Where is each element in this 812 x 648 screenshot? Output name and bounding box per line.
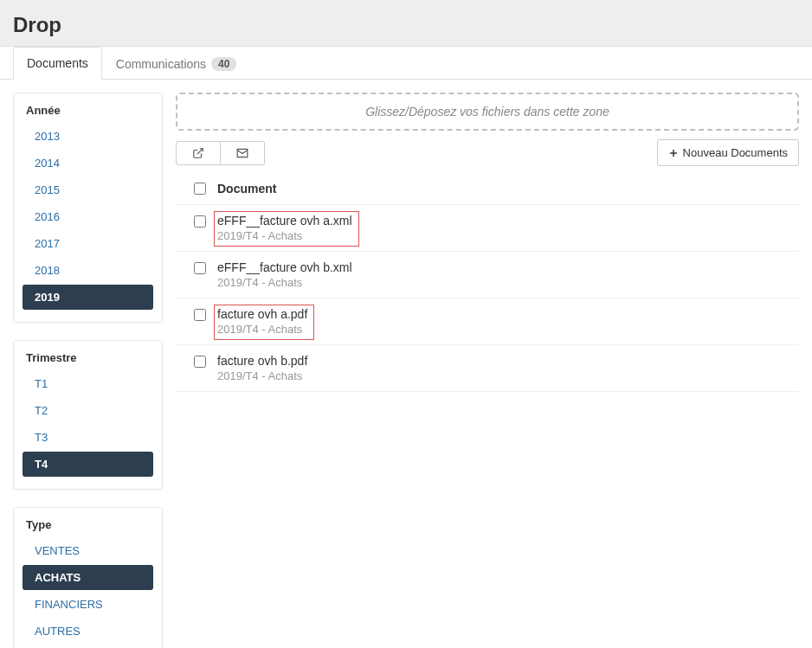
sidebar-item-annee-2017[interactable]: 2017: [23, 231, 153, 256]
panel-title-type: Type: [14, 518, 162, 536]
row-checkbox[interactable]: [194, 262, 206, 274]
sidebar-item-type-autres[interactable]: AUTRES: [23, 619, 153, 644]
tab-label: Communications: [116, 57, 206, 71]
document-subtext: 2019/T4 - Achats: [217, 369, 307, 382]
document-table: Document eFFF__facture ovh a.xml2019/T4 …: [176, 173, 799, 392]
mail-button[interactable]: [221, 141, 265, 165]
document-name: facture ovh a.pdf: [217, 307, 307, 321]
document-name: eFFF__facture ovh a.xml: [217, 214, 352, 228]
document-subtext: 2019/T4 - Achats: [217, 276, 352, 289]
external-link-icon: [192, 147, 204, 159]
page-title: Drop: [13, 13, 799, 37]
table-row[interactable]: facture ovh a.pdf2019/T4 - Achats: [176, 298, 799, 345]
table-row[interactable]: eFFF__facture ovh b.xml2019/T4 - Achats: [176, 252, 799, 298]
sidebar-item-trimestre-t1[interactable]: T1: [23, 371, 153, 396]
sidebar-item-type-achats[interactable]: ACHATS: [23, 565, 153, 590]
select-all-checkbox[interactable]: [194, 183, 206, 195]
table-header: Document: [176, 173, 799, 205]
new-document-button[interactable]: Nouveau Documents: [657, 139, 799, 166]
page-header: Drop: [0, 0, 812, 47]
toolbar-action-group: [176, 141, 265, 165]
tab-communications[interactable]: Communications40: [102, 47, 251, 80]
row-checkbox[interactable]: [194, 309, 206, 321]
panel-title-trimestre: Trimestre: [14, 351, 162, 369]
tab-documents[interactable]: Documents: [13, 47, 102, 80]
document-name: facture ovh b.pdf: [217, 354, 307, 368]
document-cell: facture ovh b.pdf2019/T4 - Achats: [217, 354, 792, 382]
panel-title-annee: Année: [14, 104, 162, 122]
table-row[interactable]: facture ovh b.pdf2019/T4 - Achats: [176, 345, 799, 392]
tab-badge: 40: [211, 57, 236, 71]
sidebar-item-annee-2014[interactable]: 2014: [23, 151, 153, 176]
row-checkbox[interactable]: [194, 356, 206, 368]
row-checkbox[interactable]: [194, 215, 206, 228]
sidebar-item-trimestre-t3[interactable]: T3: [23, 425, 153, 450]
plus-icon: [668, 148, 679, 158]
dropzone-text: Glissez/Déposez vos fichiers dans cette …: [365, 105, 609, 119]
sidebar-item-annee-2016[interactable]: 2016: [23, 204, 153, 229]
panel-type: Type VENTESACHATSFINANCIERSAUTRES: [13, 507, 163, 648]
tabs-bar: DocumentsCommunications40: [0, 47, 812, 80]
column-header-document: Document: [217, 182, 276, 196]
new-document-label: Nouveau Documents: [683, 146, 788, 159]
document-subtext: 2019/T4 - Achats: [217, 229, 352, 242]
main-area: Glissez/Déposez vos fichiers dans cette …: [176, 93, 799, 392]
panel-annee: Année 2013201420152016201720182019: [13, 93, 163, 323]
svg-line-0: [197, 148, 203, 153]
sidebar-item-trimestre-t2[interactable]: T2: [23, 398, 153, 423]
sidebar-item-annee-2015[interactable]: 2015: [23, 177, 153, 202]
sidebar-item-annee-2019[interactable]: 2019: [23, 285, 153, 310]
sidebar-item-trimestre-t4[interactable]: T4: [23, 452, 153, 477]
panel-trimestre: Trimestre T1T2T3T4: [13, 340, 163, 490]
document-subtext: 2019/T4 - Achats: [217, 323, 307, 336]
document-cell: facture ovh a.pdf2019/T4 - Achats: [217, 307, 792, 336]
envelope-icon: [236, 147, 248, 159]
sidebar-item-type-financiers[interactable]: FINANCIERS: [23, 592, 153, 617]
table-row[interactable]: eFFF__facture ovh a.xml2019/T4 - Achats: [176, 205, 799, 252]
sidebar: Année 2013201420152016201720182019 Trime…: [13, 93, 163, 648]
document-name: eFFF__facture ovh b.xml: [217, 260, 352, 274]
document-cell: eFFF__facture ovh a.xml2019/T4 - Achats: [217, 214, 792, 242]
external-link-button[interactable]: [176, 141, 221, 165]
document-cell: eFFF__facture ovh b.xml2019/T4 - Achats: [217, 260, 792, 289]
sidebar-item-type-ventes[interactable]: VENTES: [23, 538, 153, 563]
tab-label: Documents: [27, 56, 88, 70]
toolbar: Nouveau Documents: [176, 139, 799, 166]
sidebar-item-annee-2018[interactable]: 2018: [23, 258, 153, 283]
dropzone[interactable]: Glissez/Déposez vos fichiers dans cette …: [176, 93, 799, 131]
sidebar-item-annee-2013[interactable]: 2013: [23, 124, 153, 149]
